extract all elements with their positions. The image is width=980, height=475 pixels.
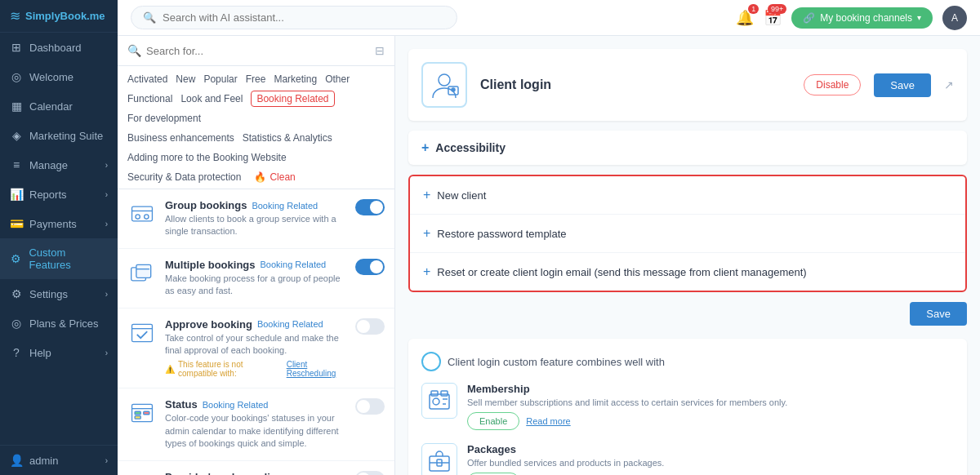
accessibility-header[interactable]: + Accessibility [408, 131, 967, 165]
tab-for-development[interactable]: For development [127, 110, 201, 127]
sidebar-item-custom-features[interactable]: ⚙ Custom Features [0, 238, 118, 279]
user-avatar[interactable]: A [942, 6, 967, 30]
tab-functional[interactable]: Functional [127, 91, 172, 107]
feature-item-provider-color[interactable]: Provider's color coding Booking Related … [118, 461, 394, 475]
combine-item-packages: Packages Offer bundled services and prod… [421, 443, 954, 475]
client-login-header: Client login Disable Save ↗ [408, 49, 967, 121]
provider-color-info: Provider's color coding Booking Related … [165, 471, 347, 475]
tab-popular[interactable]: Popular [203, 71, 237, 87]
sidebar-item-dashboard[interactable]: ⊞ Dashboard [0, 33, 118, 62]
calendar-button[interactable]: 📅 99+ [764, 9, 782, 27]
booking-btn-label: My booking channels [820, 12, 912, 24]
filter-icon[interactable]: ⊟ [375, 44, 385, 57]
tab-free[interactable]: Free [246, 71, 266, 87]
reset-client-login-row[interactable]: + Reset or create client login email (se… [410, 253, 965, 291]
restore-password-plus-icon: + [423, 226, 430, 241]
sidebar-item-label: Plans & Prices [29, 317, 99, 330]
status-toggle[interactable] [355, 398, 385, 415]
feature-search-input[interactable] [146, 45, 370, 57]
combines-title-text: Client login custom feature combines wel… [448, 356, 665, 368]
multiple-bookings-icon [127, 259, 157, 288]
membership-icon [421, 383, 457, 419]
tab-adding-more[interactable]: Adding more to the Booking Website [127, 149, 287, 166]
tab-booking-related[interactable]: Booking Related [251, 91, 334, 107]
save-button-bottom[interactable]: Save [910, 302, 967, 326]
payments-arrow-icon: › [105, 220, 108, 229]
tab-statistics[interactable]: Statistics & Analytics [243, 130, 332, 146]
welcome-icon: ◎ [10, 70, 23, 83]
sidebar-item-calendar[interactable]: ▦ Calendar [0, 91, 118, 121]
sidebar-item-plans[interactable]: ◎ Plans & Prices [0, 309, 118, 338]
sidebar-item-welcome[interactable]: ◎ Welcome [0, 62, 118, 91]
multiple-bookings-toggle-switch[interactable] [355, 259, 385, 275]
svg-rect-11 [135, 412, 140, 415]
tab-activated[interactable]: Activated [127, 71, 167, 87]
combines-title: Client login custom feature combines wel… [421, 352, 954, 371]
feature-item-group-bookings[interactable]: Group bookings Booking Related Allow cli… [118, 189, 394, 249]
help-arrow-icon: › [105, 348, 108, 357]
accessibility-label: Accessibility [435, 141, 506, 154]
feature-search-bar[interactable]: 🔍 ⊟ [118, 36, 394, 66]
accessibility-section: + Accessibility [408, 131, 967, 165]
feature-item-approve-booking[interactable]: Approve booking Booking Related Take con… [118, 309, 394, 389]
topbar-right: 🔔 1 📅 99+ 🔗 My booking channels ▾ A [736, 6, 967, 30]
multiple-bookings-tag: Booking Related [261, 260, 327, 269]
save-button-top[interactable]: Save [874, 73, 931, 97]
sidebar-item-label: Calendar [29, 100, 73, 113]
expand-icon[interactable]: ↗ [944, 78, 954, 91]
sidebar-item-reports[interactable]: 📊 Reports › [0, 180, 118, 209]
search-input[interactable] [163, 11, 445, 24]
admin-arrow-icon: › [105, 456, 108, 465]
tab-security[interactable]: Security & Data protection [127, 169, 241, 185]
feature-item-multiple-bookings[interactable]: Multiple bookings Booking Related Make b… [118, 249, 394, 309]
sidebar-item-admin[interactable]: 👤 admin › [0, 446, 118, 475]
my-booking-channels-button[interactable]: 🔗 My booking channels ▾ [791, 7, 933, 29]
sidebar-item-marketing[interactable]: ◈ Marketing Suite [0, 121, 118, 150]
sidebar-item-manage[interactable]: ≡ Manage › [0, 150, 118, 180]
tab-new[interactable]: New [176, 71, 195, 87]
approve-booking-icon [127, 318, 157, 348]
status-info: Status Booking Related Color-code your b… [165, 398, 347, 450]
sidebar-item-label: Reports [29, 189, 67, 201]
restore-password-row[interactable]: + Restore password template [410, 215, 965, 253]
sidebar-item-label: Payments [29, 218, 77, 230]
approve-booking-toggle-switch[interactable] [355, 318, 385, 335]
approve-booking-info: Approve booking Booking Related Take con… [165, 318, 347, 379]
multiple-bookings-toggle[interactable] [355, 259, 385, 275]
client-login-header-icon [421, 62, 467, 108]
provider-color-toggle-switch[interactable] [355, 471, 385, 475]
save-row-bottom: Save [408, 302, 967, 326]
svg-rect-29 [430, 456, 449, 471]
plans-icon: ◎ [10, 317, 23, 330]
new-client-row[interactable]: + New client [410, 176, 965, 215]
settings-icon: ⚙ [10, 287, 23, 300]
status-feature-icon [127, 398, 157, 428]
group-bookings-toggle[interactable] [355, 199, 385, 215]
search-bar[interactable]: 🔍 [131, 6, 457, 29]
svg-rect-7 [132, 324, 153, 341]
tab-marketing[interactable]: Marketing [274, 71, 317, 87]
tab-look-and-feel[interactable]: Look and Feel [180, 91, 243, 107]
svg-rect-5 [136, 264, 151, 277]
notification-button[interactable]: 🔔 1 [736, 9, 754, 27]
sidebar-item-help[interactable]: ? Help › [0, 338, 118, 367]
provider-color-toggle[interactable] [355, 471, 385, 475]
right-panel: Client login Disable Save ↗ + Accessibil… [395, 36, 980, 475]
membership-enable-button[interactable]: Enable [467, 412, 519, 430]
status-toggle-switch[interactable] [355, 398, 385, 415]
disable-button[interactable]: Disable [804, 74, 861, 95]
group-bookings-toggle-switch[interactable] [355, 199, 385, 215]
approve-booking-toggle[interactable] [355, 318, 385, 335]
group-bookings-desc: Allow clients to book a group service wi… [165, 213, 347, 238]
tab-other[interactable]: Other [325, 71, 350, 87]
tab-business[interactable]: Business enhancements [127, 130, 234, 146]
sidebar-item-settings[interactable]: ⚙ Settings › [0, 279, 118, 309]
client-login-title: Client login [480, 78, 791, 92]
multiple-bookings-info: Multiple bookings Booking Related Make b… [165, 259, 347, 298]
logo[interactable]: ≋ SimplyBook.me [0, 0, 118, 33]
membership-read-more-button[interactable]: Read more [526, 412, 570, 430]
sidebar-item-payments[interactable]: 💳 Payments › [0, 209, 118, 238]
clean-button[interactable]: 🔥 Clean [254, 169, 295, 185]
client-rescheduling-link[interactable]: Client Rescheduling [287, 360, 347, 378]
feature-item-status[interactable]: Status Booking Related Color-code your b… [118, 388, 394, 460]
